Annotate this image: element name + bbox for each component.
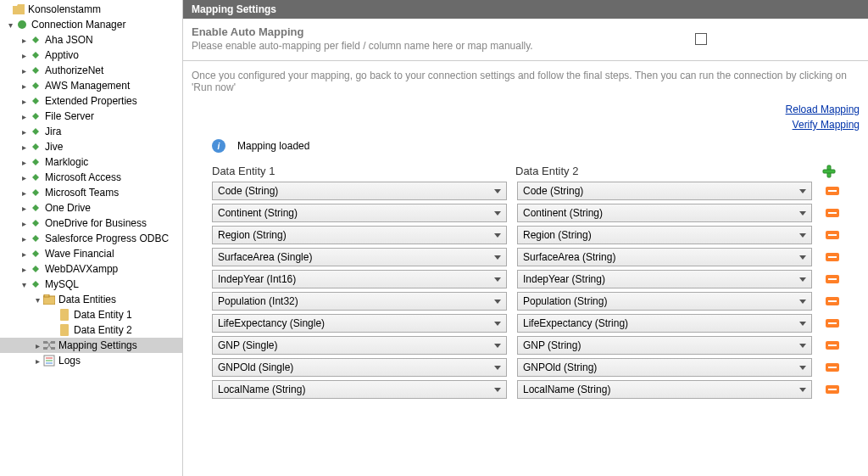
plug-icon (29, 277, 42, 291)
main-panel: Mapping Settings Enable Auto Mapping Ple… (183, 0, 868, 476)
add-mapping-icon[interactable] (822, 165, 836, 178)
remove-mapping-button[interactable] (826, 319, 839, 328)
chevron-right-icon[interactable] (19, 51, 29, 60)
tree-root[interactable]: Konsolenstamm (0, 2, 182, 17)
chevron-right-icon[interactable] (19, 219, 29, 228)
target-field-select[interactable]: GNP (String) (517, 336, 812, 355)
sidebar-item[interactable]: Microsoft Teams (0, 185, 182, 200)
remove-mapping-button[interactable] (826, 297, 839, 305)
plug-icon (29, 155, 42, 169)
sidebar-item[interactable]: Extended Properties (0, 93, 182, 109)
target-field-select[interactable]: IndepYear (String) (517, 270, 812, 288)
tree-label: Konsolenstamm (28, 3, 101, 15)
chevron-right-icon[interactable] (19, 204, 29, 213)
tree-mapping-settings[interactable]: Mapping Settings (0, 338, 182, 353)
source-field-select[interactable]: Population (Int32) (212, 292, 507, 311)
sidebar-item[interactable]: AuthorizeNet (0, 63, 182, 78)
source-field-select[interactable]: Region (String) (212, 226, 507, 244)
tree-mysql[interactable]: MySQL (0, 277, 182, 292)
select-value: IndepYear (Int16) (218, 273, 296, 285)
chevron-right-icon[interactable] (32, 341, 42, 350)
target-field-select[interactable]: LifeExpectancy (String) (517, 314, 812, 333)
chevron-right-icon[interactable] (19, 234, 29, 244)
remove-mapping-button[interactable] (826, 187, 839, 195)
source-field-select[interactable]: LifeExpectancy (Single) (212, 314, 507, 333)
sidebar-item[interactable]: One Drive (0, 200, 182, 216)
tree-entity-2[interactable]: Data Entity 2 (0, 322, 182, 338)
target-field-select[interactable]: SurfaceArea (String) (517, 248, 812, 266)
chevron-right-icon[interactable] (19, 97, 29, 106)
source-field-select[interactable]: GNP (Single) (212, 336, 507, 355)
remove-mapping-button[interactable] (826, 209, 839, 217)
source-field-select[interactable]: GNPOld (Single) (212, 358, 507, 377)
sidebar-item[interactable]: Apptivo (0, 48, 182, 63)
chevron-right-icon[interactable] (19, 265, 29, 274)
sidebar-tree[interactable]: Konsolenstamm Connection Manager Aha JSO… (0, 0, 183, 476)
remove-mapping-button[interactable] (826, 363, 839, 372)
remove-mapping-button[interactable] (826, 231, 839, 239)
tree-connection-manager[interactable]: Connection Manager (0, 17, 182, 32)
chevron-right-icon[interactable] (19, 81, 29, 91)
source-field-select[interactable]: LocalName (String) (212, 380, 507, 399)
remove-mapping-button[interactable] (826, 253, 839, 261)
chevron-right-icon[interactable] (32, 356, 42, 366)
chevron-right-icon[interactable] (19, 249, 29, 259)
mapping-icon (42, 339, 56, 352)
sidebar-item[interactable]: Aha JSON (0, 32, 182, 48)
chevron-right-icon[interactable] (19, 112, 29, 121)
sidebar-item[interactable]: OneDrive for Business (0, 216, 182, 231)
plug-icon (29, 94, 42, 108)
target-field-select[interactable]: GNPOld (String) (517, 358, 812, 377)
chevron-right-icon[interactable] (19, 127, 29, 137)
chevron-right-icon[interactable] (19, 158, 29, 167)
chevron-right-icon[interactable] (19, 173, 29, 182)
source-field-select[interactable]: SurfaceArea (Single) (212, 248, 507, 266)
chevron-right-icon[interactable] (19, 143, 29, 152)
sidebar-item[interactable]: File Server (0, 109, 182, 124)
sidebar-item[interactable]: AWS Management (0, 78, 182, 93)
plug-icon (29, 140, 42, 154)
chevron-down-icon[interactable] (32, 295, 42, 305)
auto-mapping-checkbox[interactable] (695, 33, 707, 45)
tree-label: File Server (45, 110, 94, 122)
select-value: SurfaceArea (String) (523, 251, 615, 263)
chevron-down-icon[interactable] (5, 20, 15, 30)
sidebar-item[interactable]: Marklogic (0, 154, 182, 170)
source-field-select[interactable]: Code (String) (212, 182, 507, 200)
sidebar-item[interactable]: Salesforce Progress ODBC (0, 231, 182, 246)
tree-data-entities[interactable]: Data Entities (0, 292, 182, 307)
target-field-select[interactable]: LocalName (String) (517, 380, 812, 399)
chevron-right-icon[interactable] (19, 66, 29, 76)
tree-logs[interactable]: Logs (0, 353, 182, 368)
target-field-select[interactable]: Code (String) (517, 182, 812, 200)
sidebar-item[interactable]: WebDAVXampp (0, 261, 182, 277)
target-field-select[interactable]: Continent (String) (517, 204, 812, 222)
target-field-select[interactable]: Region (String) (517, 226, 812, 244)
reload-mapping-link[interactable]: Reload Mapping (786, 104, 860, 115)
tree-label: Jive (45, 141, 63, 153)
chevron-right-icon[interactable] (19, 36, 29, 45)
tree-entity-1[interactable]: Data Entity 1 (0, 307, 182, 322)
entity2-header: Data Entity 2 (515, 165, 819, 178)
chevron-down-icon[interactable] (19, 280, 29, 289)
sidebar-item[interactable]: Jira (0, 124, 182, 139)
panel-title: Mapping Settings (183, 0, 868, 19)
chevron-right-icon[interactable] (19, 188, 29, 198)
select-value: GNPOld (String) (523, 361, 597, 373)
remove-mapping-button[interactable] (826, 385, 839, 394)
tree-label: WebDAVXampp (45, 263, 118, 275)
sidebar-item[interactable]: Jive (0, 139, 182, 154)
remove-mapping-button[interactable] (826, 275, 839, 283)
remove-mapping-button[interactable] (826, 341, 839, 350)
plug-icon (29, 109, 42, 123)
plug-icon (29, 216, 42, 230)
sidebar-item[interactable]: Microsoft Access (0, 170, 182, 185)
target-field-select[interactable]: Population (String) (517, 292, 812, 311)
source-field-select[interactable]: IndepYear (Int16) (212, 270, 507, 288)
select-value: GNP (String) (523, 339, 581, 351)
entity-icon (58, 323, 71, 337)
verify-mapping-link[interactable]: Verify Mapping (793, 119, 860, 131)
sidebar-item[interactable]: Wave Financial (0, 246, 182, 261)
source-field-select[interactable]: Continent (String) (212, 204, 507, 222)
mapping-row: IndepYear (Int16)IndepYear (String) (212, 270, 839, 288)
